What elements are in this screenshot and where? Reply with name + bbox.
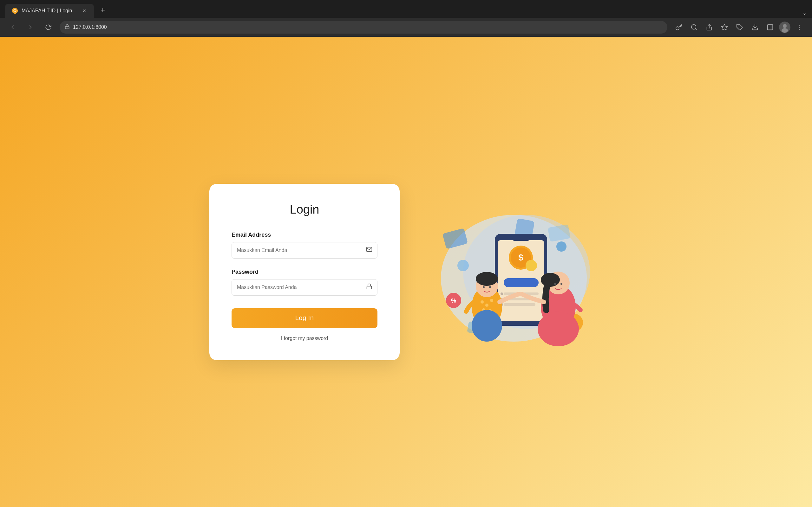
svg-point-25: [556, 241, 566, 251]
chevron-down-icon[interactable]: ⌄: [802, 9, 807, 16]
svg-point-56: [489, 286, 491, 288]
svg-point-58: [538, 312, 579, 346]
new-tab-button[interactable]: +: [96, 4, 109, 16]
svg-text:$: $: [518, 252, 523, 262]
email-form-group: Email Address: [232, 232, 377, 259]
password-label: Password: [232, 269, 377, 275]
illustration-svg: % $: [425, 189, 603, 354]
url-display: 127.0.0.1:8000: [73, 24, 662, 30]
svg-point-17: [799, 29, 800, 30]
svg-point-14: [781, 28, 788, 33]
svg-marker-7: [722, 24, 727, 30]
svg-point-43: [501, 292, 503, 295]
tab-bar: MAJAPAHIT.ID | Login ✕ + ⌄: [0, 0, 812, 18]
download-icon-button[interactable]: [749, 21, 761, 34]
window-controls: ⌄: [802, 9, 807, 16]
extensions-icon-button[interactable]: [733, 21, 746, 34]
svg-rect-39: [504, 278, 539, 287]
password-input-wrapper: [232, 279, 377, 296]
page-content: Login Email Address Password: [0, 37, 812, 507]
search-icon-button[interactable]: [688, 21, 700, 34]
svg-point-22: [457, 260, 469, 271]
svg-point-2: [14, 10, 16, 12]
svg-rect-42: [504, 303, 536, 306]
share-icon-button[interactable]: [703, 21, 716, 34]
forgot-password-link[interactable]: I forgot my password: [232, 336, 377, 341]
tab-close-button[interactable]: ✕: [81, 8, 88, 14]
bookmark-icon-button[interactable]: [718, 21, 731, 34]
more-menu-button[interactable]: [793, 21, 806, 34]
svg-rect-18: [367, 286, 372, 289]
illustration: % $: [425, 189, 603, 354]
svg-point-61: [554, 283, 556, 285]
svg-point-38: [525, 260, 537, 271]
back-button[interactable]: [6, 21, 19, 34]
svg-point-47: [480, 300, 484, 303]
password-icon: [366, 283, 372, 291]
key-icon-button[interactable]: [672, 21, 685, 34]
sidebar-icon-button[interactable]: [764, 21, 776, 34]
main-container: Login Email Address Password: [184, 184, 628, 360]
tab-title: MAJAPAHIT.ID | Login: [21, 8, 78, 14]
browser-toolbar: 127.0.0.1:8000: [0, 18, 812, 37]
active-tab[interactable]: MAJAPAHIT.ID | Login ✕: [5, 4, 94, 18]
svg-point-60: [541, 273, 560, 287]
user-avatar[interactable]: [779, 21, 791, 33]
login-button[interactable]: Log In: [232, 308, 377, 328]
email-input-wrapper: [232, 242, 377, 259]
svg-line-5: [695, 29, 697, 30]
browser-chrome: MAJAPAHIT.ID | Login ✕ + ⌄: [0, 0, 812, 37]
security-icon: [65, 24, 70, 31]
svg-point-49: [490, 299, 493, 302]
svg-point-52: [472, 310, 502, 342]
login-title: Login: [232, 203, 377, 216]
toolbar-actions: [672, 21, 806, 34]
email-icon: [366, 246, 372, 254]
email-input[interactable]: [232, 242, 377, 259]
svg-rect-3: [65, 26, 69, 29]
forward-button[interactable]: [24, 21, 37, 34]
login-card: Login Email Address Password: [209, 184, 400, 360]
refresh-button[interactable]: [42, 21, 55, 34]
svg-point-62: [560, 283, 562, 285]
svg-point-13: [783, 24, 786, 28]
address-bar[interactable]: 127.0.0.1:8000: [60, 21, 667, 34]
svg-point-48: [485, 303, 489, 307]
svg-point-55: [483, 286, 485, 288]
email-label: Email Address: [232, 232, 377, 238]
password-form-group: Password: [232, 269, 377, 296]
svg-point-16: [799, 27, 800, 28]
svg-point-54: [476, 272, 498, 286]
favicon-icon: [11, 7, 18, 14]
svg-point-15: [799, 25, 800, 26]
svg-text:%: %: [451, 297, 456, 304]
svg-rect-34: [512, 236, 530, 241]
svg-rect-10: [768, 25, 773, 30]
password-input[interactable]: [232, 279, 377, 296]
